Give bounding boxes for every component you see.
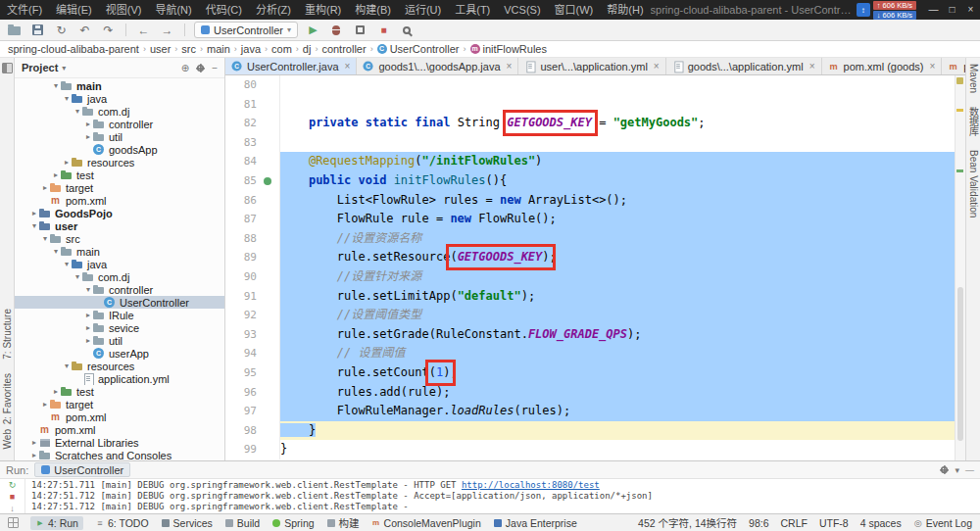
- menu-f[interactable]: 文件(F): [0, 0, 49, 20]
- tool-button-7-structure[interactable]: 7: Structure: [2, 309, 13, 360]
- open-icon[interactable]: [6, 22, 23, 38]
- tree-expand-arrow[interactable]: ▸: [83, 336, 93, 345]
- close-tab-icon[interactable]: ×: [345, 61, 351, 72]
- stop-icon[interactable]: ■: [10, 492, 15, 503]
- undo-icon[interactable]: ↶: [76, 22, 93, 38]
- close-tab-icon[interactable]: ×: [507, 61, 513, 72]
- tool-button-web[interactable]: Web: [2, 429, 13, 449]
- gutter-line-92[interactable]: 92: [225, 306, 280, 325]
- inspections-indicator[interactable]: [956, 77, 963, 84]
- menu-vcs-s[interactable]: VCS(S): [497, 0, 547, 20]
- status-crlf[interactable]: CRLF: [781, 517, 808, 529]
- tool-button-2-favorites[interactable]: 2: Favorites: [2, 373, 13, 424]
- tree-item-userapp[interactable]: userApp: [15, 347, 224, 360]
- gutter-line-91[interactable]: 91: [225, 287, 280, 307]
- gutter-line-88[interactable]: 88: [225, 229, 280, 249]
- toolwindow-switcher-icon[interactable]: [8, 517, 19, 528]
- breadcrumb-item-controller[interactable]: controller: [321, 43, 366, 55]
- menu-n[interactable]: 导航(N): [148, 0, 198, 20]
- gutter-line-94[interactable]: 94: [225, 344, 280, 363]
- tree-expand-arrow[interactable]: ▸: [40, 400, 50, 409]
- code-text[interactable]: [280, 133, 965, 153]
- menu-b[interactable]: 构建(B): [348, 0, 398, 20]
- request-mapping-gutter-icon[interactable]: [257, 177, 278, 185]
- tree-item-controller[interactable]: ▸controller: [15, 118, 224, 130]
- gutter-line-96[interactable]: 96: [225, 383, 280, 403]
- tree-item-java[interactable]: ▾java: [15, 258, 224, 270]
- tree-item-scratches-and-consoles[interactable]: ▸Scratches and Consoles: [15, 449, 224, 460]
- breadcrumb-item-java[interactable]: java: [241, 43, 261, 55]
- status-event-log[interactable]: Event Log: [913, 517, 972, 529]
- menu-e[interactable]: 编辑(E): [49, 0, 99, 20]
- tree-item-target[interactable]: ▸target: [15, 181, 224, 194]
- tree-item-external-libraries[interactable]: ▸External Libraries: [15, 436, 224, 449]
- status-6-todo[interactable]: 6: TODO: [95, 517, 149, 529]
- menu-t[interactable]: 工具(T): [448, 0, 497, 20]
- status-98-6[interactable]: 98:6: [749, 517, 768, 529]
- tree-collapse-arrow[interactable]: ▾: [29, 221, 39, 230]
- tree-expand-arrow[interactable]: ▸: [29, 451, 39, 459]
- gutter-line-81[interactable]: 81: [225, 95, 280, 115]
- editor-tab-usercontroller-java[interactable]: UserController.java×: [225, 58, 357, 74]
- tree-item-user[interactable]: ▾user: [15, 219, 224, 232]
- close-tab-icon[interactable]: ×: [809, 61, 815, 72]
- back-icon[interactable]: ←: [135, 22, 152, 38]
- tree-expand-arrow[interactable]: ▸: [83, 311, 93, 319]
- tree-item-com-dj[interactable]: ▾com.dj: [15, 270, 224, 283]
- tree-item-target[interactable]: ▸target: [15, 398, 224, 410]
- status-build[interactable]: Build: [224, 517, 260, 529]
- breadcrumb-item-initflowrules[interactable]: minitFlowRules: [470, 43, 547, 55]
- code-text[interactable]: private static final String GETGOODS_KEY…: [280, 114, 965, 133]
- tree-item-goodsapp[interactable]: goodsApp: [15, 143, 224, 156]
- code-text[interactable]: public void initFlowRules(){: [280, 171, 965, 191]
- tree-item-application-yml[interactable]: application.yml: [15, 372, 224, 385]
- tree-collapse-arrow[interactable]: ▾: [51, 247, 61, 256]
- menu-r[interactable]: 重构(R): [298, 0, 348, 20]
- collapse-panel-icon[interactable]: ▾: [955, 465, 959, 475]
- maximize-button[interactable]: □: [943, 0, 961, 20]
- tree-collapse-arrow[interactable]: ▾: [62, 362, 72, 370]
- tool-button-item[interactable]: 数据库: [966, 107, 980, 136]
- run-configuration-select[interactable]: UserController ▾: [194, 22, 298, 38]
- tree-item-java[interactable]: ▾java: [15, 92, 224, 105]
- gutter-line-97[interactable]: 97: [225, 402, 280, 421]
- project-panel-title[interactable]: Project: [22, 62, 58, 73]
- debug-button[interactable]: [328, 22, 345, 38]
- tree-item-usercontroller[interactable]: UserController: [15, 296, 224, 309]
- tree-item-goodspojo[interactable]: ▸GoodsPojo: [15, 207, 224, 219]
- breadcrumb-item-usercontroller[interactable]: CUserController: [377, 43, 460, 55]
- menu-z[interactable]: 分析(Z): [249, 0, 298, 20]
- menu-c[interactable]: 代码(C): [199, 0, 249, 20]
- tree-item-resources[interactable]: ▾resources: [15, 360, 224, 372]
- close-tab-icon[interactable]: ×: [929, 61, 935, 72]
- gutter-line-83[interactable]: 83: [225, 133, 280, 153]
- tree-expand-arrow[interactable]: ▸: [40, 183, 50, 192]
- code-text[interactable]: rule.setGrade(RuleConstant.FLOW_GRADE_QP…: [280, 325, 965, 345]
- tree-expand-arrow[interactable]: ▸: [83, 132, 93, 141]
- tree-expand-arrow[interactable]: ▸: [51, 170, 61, 179]
- scrollbar-thumb[interactable]: [957, 287, 963, 441]
- stop-button[interactable]: ■: [375, 22, 392, 38]
- gutter-line-86[interactable]: 86: [225, 191, 280, 211]
- editor-scrollbar[interactable]: [955, 75, 965, 460]
- code-text[interactable]: // 设置阈值: [280, 344, 965, 363]
- menu-w[interactable]: 窗口(W): [548, 0, 601, 20]
- code-text[interactable]: FlowRuleManager.loadRules(rules);: [280, 402, 965, 421]
- status-services[interactable]: Services: [161, 517, 213, 529]
- code-text[interactable]: [280, 95, 965, 115]
- gutter-line-80[interactable]: 80: [225, 75, 280, 95]
- status-4-run[interactable]: 4: Run: [30, 516, 83, 530]
- gear-icon[interactable]: [941, 466, 948, 473]
- tree-item-test[interactable]: ▸test: [15, 169, 224, 181]
- editor-tab-goods-application-yml[interactable]: goods\...\application.yml×: [666, 58, 822, 74]
- status-item[interactable]: 构建: [326, 515, 360, 530]
- tree-item-pom-xml[interactable]: pom.xml: [15, 423, 224, 436]
- editor-tab-pom-xml-goods[interactable]: pom.xml (goods)×: [822, 58, 943, 74]
- code-text[interactable]: //设置资源名称: [280, 229, 965, 249]
- editor-tab-pom-xml-goods1[interactable]: pom.xml (goods1)×: [942, 58, 965, 74]
- gutter-line-90[interactable]: 90: [225, 267, 280, 287]
- tree-item-pom-xml[interactable]: pom.xml: [15, 410, 224, 423]
- tree-expand-arrow[interactable]: ▸: [83, 323, 93, 332]
- status-utf-8[interactable]: UTF-8: [819, 517, 849, 529]
- tree-expand-arrow[interactable]: ▸: [29, 438, 39, 447]
